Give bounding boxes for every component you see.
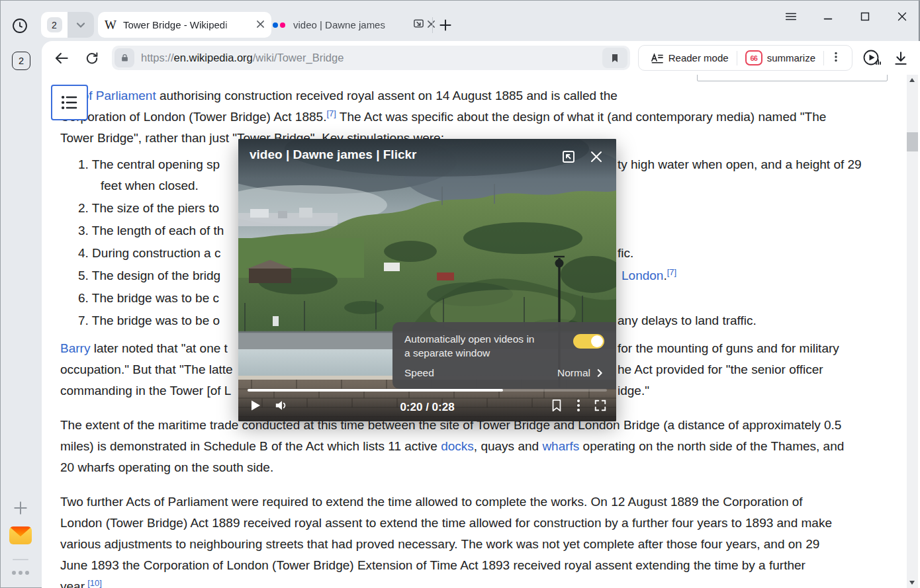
minimize-button[interactable]: [821, 9, 835, 24]
tab-tower-bridge[interactable]: W Tower Bridge - Wikipedi: [98, 12, 271, 38]
summarize-button[interactable]: 66 summarize: [737, 50, 823, 65]
tab-strip: 2 W Tower Bridge - Wikipedi video | Dawn…: [0, 0, 920, 41]
wikipedia-favicon: W: [105, 18, 116, 32]
article-text-line: June 1893 the Corporation of London (Tow…: [60, 557, 805, 574]
text: 6. The bridge was to be c: [78, 291, 219, 305]
volume-icon: [275, 399, 288, 412]
text: Corporation of London (Tower Bridge) Act…: [60, 110, 326, 124]
wiki-link[interactable]: London: [621, 269, 663, 282]
back-button[interactable]: [52, 49, 71, 67]
close-icon: [588, 149, 604, 165]
toc-button[interactable]: [51, 85, 88, 120]
address-bar[interactable]: https://en.wikipedia.org/wiki/Tower_Brid…: [112, 46, 630, 70]
video-progress-bar[interactable]: [248, 389, 607, 392]
speed-selector[interactable]: Normal: [557, 367, 604, 379]
tab-flickr-video[interactable]: video | Dawne james: [266, 12, 442, 38]
article-text-line: miles) is demonstrated in Schedule B of …: [60, 438, 844, 455]
mail-icon[interactable]: [9, 526, 32, 544]
wiki-ref-link[interactable]: [7]: [326, 108, 336, 118]
article-text-line: various adjustments to neighbouring stre…: [60, 536, 819, 553]
search-box-remnant[interactable]: [697, 75, 888, 81]
text: 2. The size of the piers to: [78, 201, 219, 215]
tab-count-widget[interactable]: 2: [41, 12, 94, 38]
restore-to-tab-button[interactable]: [561, 149, 576, 165]
close-tab-icon[interactable]: [427, 19, 436, 31]
new-tab-button[interactable]: [437, 17, 454, 34]
site-security-button[interactable]: [115, 48, 134, 67]
close-tab-icon[interactable]: [256, 19, 265, 31]
history-clock-icon[interactable]: [11, 17, 28, 34]
text: he Act provided for "the senior officer: [618, 362, 823, 376]
page-scrollbar[interactable]: [907, 75, 918, 588]
text: authorising construction received royal …: [156, 89, 618, 103]
wiki-ref-link[interactable]: [7]: [667, 267, 676, 277]
text: 5. The design of the bridg: [78, 269, 220, 282]
wiki-link[interactable]: Barry: [60, 341, 90, 355]
auto-open-toggle[interactable]: [573, 334, 604, 349]
scroll-up-arrow[interactable]: [909, 78, 915, 82]
article-text-line: Barry later noted that "at one t: [60, 340, 228, 357]
reload-button[interactable]: [83, 49, 101, 67]
wiki-ref-link[interactable]: [10]: [87, 578, 102, 588]
text: operating on the north side of the Thame…: [579, 439, 844, 453]
fullscreen-icon: [594, 399, 607, 412]
text: commanding in the Tower [of L: [60, 384, 231, 398]
sidebar-more-icon[interactable]: [12, 571, 29, 575]
article-text-line: 7. The bridge was to be o: [78, 312, 220, 329]
scroll-down-arrow[interactable]: [909, 581, 915, 585]
listen-to-page-button[interactable]: [862, 48, 882, 68]
downloads-button[interactable]: [892, 50, 909, 67]
text: 20 wharfs operating on the south side.: [60, 460, 273, 474]
bookmark-button[interactable]: [602, 48, 627, 68]
article-text-line: feet when closed.: [101, 177, 199, 194]
tab-divider: [432, 17, 433, 33]
text: fic.: [618, 246, 633, 260]
scrollbar-thumb[interactable]: [907, 132, 918, 151]
text: The Act was specific about the design of…: [336, 110, 826, 124]
text: London (Tower Bridge) Act 1889 received …: [60, 516, 832, 530]
browser-window: 2 W Tower Bridge - Wikipedi video | Dawn…: [0, 0, 920, 588]
article-text-line: 20 wharfs operating on the south side.: [60, 459, 273, 476]
sidebar-add-button[interactable]: [12, 499, 29, 517]
sidebar-tab-counter[interactable]: 2: [12, 52, 30, 70]
video-menu-button[interactable]: [576, 399, 580, 415]
window-close-icon: [896, 10, 909, 23]
video-bookmark-button[interactable]: [550, 399, 563, 415]
url-text[interactable]: https://en.wikipedia.org/wiki/Tower_Brid…: [141, 52, 602, 64]
text: .: [663, 269, 667, 282]
restore-tab-icon: [561, 149, 576, 165]
tools-more-button[interactable]: [824, 51, 848, 65]
text: 3. The length of each of th: [78, 224, 224, 237]
popout-video-icon[interactable]: [413, 18, 424, 32]
article-text-line: idge.": [618, 382, 649, 399]
page-tools: Reader mode 66 summarize: [638, 45, 852, 71]
toggle-knob: [591, 335, 603, 347]
back-icon: [53, 50, 70, 67]
text: June 1893 the Corporation of London (Tow…: [60, 558, 805, 572]
article-text-line: he Act provided for "the senior officer: [618, 361, 823, 378]
text: miles) is demonstrated in Schedule B of …: [60, 439, 441, 453]
text: various adjustments to neighbouring stre…: [60, 537, 819, 551]
text: year.: [60, 579, 87, 588]
reload-icon: [84, 50, 100, 66]
wiki-link[interactable]: wharfs: [542, 439, 579, 453]
play-button[interactable]: [249, 399, 262, 415]
text: any delays to land traffic.: [618, 314, 757, 327]
tab-list-dropdown[interactable]: [68, 12, 94, 38]
wiki-link[interactable]: docks: [441, 439, 474, 453]
text: for the mounting of guns and for militar…: [618, 341, 839, 355]
fullscreen-button[interactable]: [594, 399, 607, 415]
video-pip-overlay[interactable]: video | Dawne james | Flickr Automatical…: [238, 139, 616, 421]
article-text-line: Corporation of London (Tower Bridge) Act…: [60, 108, 826, 127]
maximize-button[interactable]: [858, 9, 872, 24]
toc-list-icon: [60, 94, 79, 111]
browser-menu-button[interactable]: [784, 9, 798, 24]
close-window-button[interactable]: [895, 9, 909, 24]
tab-count-button[interactable]: 2: [41, 12, 68, 38]
close-video-button[interactable]: [588, 149, 604, 165]
reader-mode-button[interactable]: Reader mode: [643, 52, 737, 64]
text: later noted that "at one t: [90, 341, 227, 355]
article-text-line: London.[7]: [621, 267, 676, 286]
volume-button[interactable]: [275, 399, 288, 415]
lock-icon: [120, 53, 130, 63]
